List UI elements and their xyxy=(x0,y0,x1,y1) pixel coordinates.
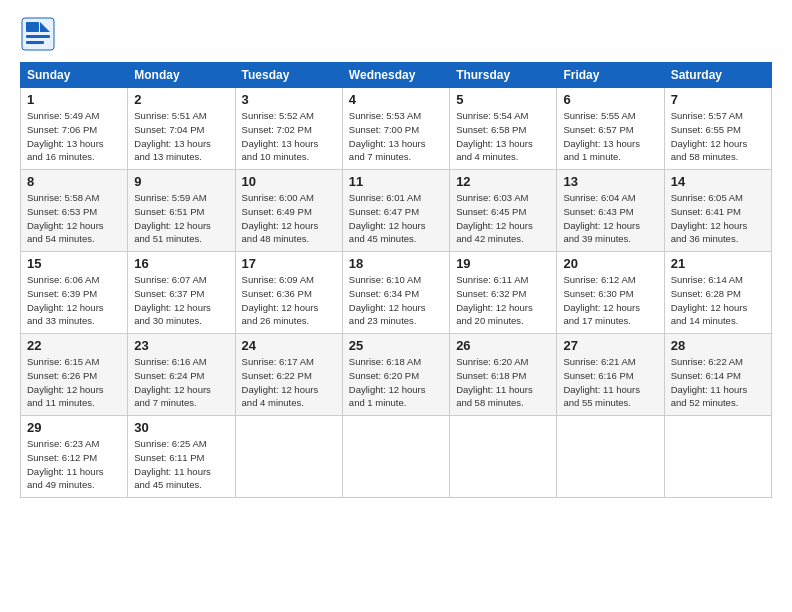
day-number: 15 xyxy=(27,256,121,271)
calendar-cell xyxy=(342,416,449,498)
day-number: 26 xyxy=(456,338,550,353)
calendar-cell: 7Sunrise: 5:57 AMSunset: 6:55 PMDaylight… xyxy=(664,88,771,170)
day-detail: Sunrise: 5:51 AMSunset: 7:04 PMDaylight:… xyxy=(134,109,228,164)
header xyxy=(20,16,772,52)
calendar-cell: 22Sunrise: 6:15 AMSunset: 6:26 PMDayligh… xyxy=(21,334,128,416)
day-detail: Sunrise: 6:06 AMSunset: 6:39 PMDaylight:… xyxy=(27,273,121,328)
calendar-cell: 28Sunrise: 6:22 AMSunset: 6:14 PMDayligh… xyxy=(664,334,771,416)
day-number: 29 xyxy=(27,420,121,435)
page: SundayMondayTuesdayWednesdayThursdayFrid… xyxy=(0,0,792,508)
day-detail: Sunrise: 6:23 AMSunset: 6:12 PMDaylight:… xyxy=(27,437,121,492)
day-detail: Sunrise: 6:00 AMSunset: 6:49 PMDaylight:… xyxy=(242,191,336,246)
col-header-monday: Monday xyxy=(128,63,235,88)
day-number: 6 xyxy=(563,92,657,107)
svg-rect-4 xyxy=(26,35,50,38)
calendar-cell: 17Sunrise: 6:09 AMSunset: 6:36 PMDayligh… xyxy=(235,252,342,334)
day-number: 22 xyxy=(27,338,121,353)
day-detail: Sunrise: 5:52 AMSunset: 7:02 PMDaylight:… xyxy=(242,109,336,164)
day-detail: Sunrise: 5:55 AMSunset: 6:57 PMDaylight:… xyxy=(563,109,657,164)
day-detail: Sunrise: 6:04 AMSunset: 6:43 PMDaylight:… xyxy=(563,191,657,246)
calendar-cell: 1Sunrise: 5:49 AMSunset: 7:06 PMDaylight… xyxy=(21,88,128,170)
calendar-cell: 15Sunrise: 6:06 AMSunset: 6:39 PMDayligh… xyxy=(21,252,128,334)
day-detail: Sunrise: 6:25 AMSunset: 6:11 PMDaylight:… xyxy=(134,437,228,492)
calendar-cell: 4Sunrise: 5:53 AMSunset: 7:00 PMDaylight… xyxy=(342,88,449,170)
day-detail: Sunrise: 6:18 AMSunset: 6:20 PMDaylight:… xyxy=(349,355,443,410)
col-header-friday: Friday xyxy=(557,63,664,88)
calendar-cell: 29Sunrise: 6:23 AMSunset: 6:12 PMDayligh… xyxy=(21,416,128,498)
day-number: 8 xyxy=(27,174,121,189)
col-header-sunday: Sunday xyxy=(21,63,128,88)
calendar-cell: 30Sunrise: 6:25 AMSunset: 6:11 PMDayligh… xyxy=(128,416,235,498)
day-number: 11 xyxy=(349,174,443,189)
calendar-table: SundayMondayTuesdayWednesdayThursdayFrid… xyxy=(20,62,772,498)
day-detail: Sunrise: 5:57 AMSunset: 6:55 PMDaylight:… xyxy=(671,109,765,164)
day-detail: Sunrise: 6:05 AMSunset: 6:41 PMDaylight:… xyxy=(671,191,765,246)
calendar-cell: 24Sunrise: 6:17 AMSunset: 6:22 PMDayligh… xyxy=(235,334,342,416)
logo xyxy=(20,16,62,52)
day-number: 5 xyxy=(456,92,550,107)
day-number: 12 xyxy=(456,174,550,189)
calendar-cell: 21Sunrise: 6:14 AMSunset: 6:28 PMDayligh… xyxy=(664,252,771,334)
day-detail: Sunrise: 6:20 AMSunset: 6:18 PMDaylight:… xyxy=(456,355,550,410)
day-number: 2 xyxy=(134,92,228,107)
col-header-saturday: Saturday xyxy=(664,63,771,88)
day-number: 14 xyxy=(671,174,765,189)
calendar-cell: 8Sunrise: 5:58 AMSunset: 6:53 PMDaylight… xyxy=(21,170,128,252)
day-number: 28 xyxy=(671,338,765,353)
day-detail: Sunrise: 6:15 AMSunset: 6:26 PMDaylight:… xyxy=(27,355,121,410)
col-header-thursday: Thursday xyxy=(450,63,557,88)
calendar-cell: 18Sunrise: 6:10 AMSunset: 6:34 PMDayligh… xyxy=(342,252,449,334)
day-number: 1 xyxy=(27,92,121,107)
day-number: 3 xyxy=(242,92,336,107)
day-number: 9 xyxy=(134,174,228,189)
calendar-cell: 27Sunrise: 6:21 AMSunset: 6:16 PMDayligh… xyxy=(557,334,664,416)
calendar-cell: 26Sunrise: 6:20 AMSunset: 6:18 PMDayligh… xyxy=(450,334,557,416)
day-number: 17 xyxy=(242,256,336,271)
calendar-cell: 14Sunrise: 6:05 AMSunset: 6:41 PMDayligh… xyxy=(664,170,771,252)
calendar-cell xyxy=(450,416,557,498)
day-detail: Sunrise: 5:59 AMSunset: 6:51 PMDaylight:… xyxy=(134,191,228,246)
day-number: 20 xyxy=(563,256,657,271)
calendar-cell: 13Sunrise: 6:04 AMSunset: 6:43 PMDayligh… xyxy=(557,170,664,252)
calendar-cell: 19Sunrise: 6:11 AMSunset: 6:32 PMDayligh… xyxy=(450,252,557,334)
day-number: 18 xyxy=(349,256,443,271)
day-detail: Sunrise: 6:10 AMSunset: 6:34 PMDaylight:… xyxy=(349,273,443,328)
day-number: 24 xyxy=(242,338,336,353)
calendar-cell: 3Sunrise: 5:52 AMSunset: 7:02 PMDaylight… xyxy=(235,88,342,170)
day-detail: Sunrise: 6:07 AMSunset: 6:37 PMDaylight:… xyxy=(134,273,228,328)
day-detail: Sunrise: 6:12 AMSunset: 6:30 PMDaylight:… xyxy=(563,273,657,328)
day-detail: Sunrise: 6:09 AMSunset: 6:36 PMDaylight:… xyxy=(242,273,336,328)
day-number: 4 xyxy=(349,92,443,107)
col-header-wednesday: Wednesday xyxy=(342,63,449,88)
calendar-cell: 5Sunrise: 5:54 AMSunset: 6:58 PMDaylight… xyxy=(450,88,557,170)
day-number: 19 xyxy=(456,256,550,271)
calendar-cell: 10Sunrise: 6:00 AMSunset: 6:49 PMDayligh… xyxy=(235,170,342,252)
day-number: 30 xyxy=(134,420,228,435)
calendar-cell: 25Sunrise: 6:18 AMSunset: 6:20 PMDayligh… xyxy=(342,334,449,416)
col-header-tuesday: Tuesday xyxy=(235,63,342,88)
day-number: 25 xyxy=(349,338,443,353)
calendar-cell: 2Sunrise: 5:51 AMSunset: 7:04 PMDaylight… xyxy=(128,88,235,170)
day-detail: Sunrise: 6:21 AMSunset: 6:16 PMDaylight:… xyxy=(563,355,657,410)
calendar-cell xyxy=(664,416,771,498)
day-detail: Sunrise: 6:16 AMSunset: 6:24 PMDaylight:… xyxy=(134,355,228,410)
day-detail: Sunrise: 6:14 AMSunset: 6:28 PMDaylight:… xyxy=(671,273,765,328)
svg-rect-5 xyxy=(26,41,44,44)
day-detail: Sunrise: 6:01 AMSunset: 6:47 PMDaylight:… xyxy=(349,191,443,246)
day-number: 27 xyxy=(563,338,657,353)
day-detail: Sunrise: 6:22 AMSunset: 6:14 PMDaylight:… xyxy=(671,355,765,410)
calendar-cell: 12Sunrise: 6:03 AMSunset: 6:45 PMDayligh… xyxy=(450,170,557,252)
day-number: 7 xyxy=(671,92,765,107)
day-detail: Sunrise: 5:49 AMSunset: 7:06 PMDaylight:… xyxy=(27,109,121,164)
day-detail: Sunrise: 6:11 AMSunset: 6:32 PMDaylight:… xyxy=(456,273,550,328)
day-number: 10 xyxy=(242,174,336,189)
day-detail: Sunrise: 6:03 AMSunset: 6:45 PMDaylight:… xyxy=(456,191,550,246)
day-number: 23 xyxy=(134,338,228,353)
calendar-cell: 6Sunrise: 5:55 AMSunset: 6:57 PMDaylight… xyxy=(557,88,664,170)
calendar-cell: 20Sunrise: 6:12 AMSunset: 6:30 PMDayligh… xyxy=(557,252,664,334)
logo-icon xyxy=(20,16,56,52)
day-number: 16 xyxy=(134,256,228,271)
calendar-cell xyxy=(235,416,342,498)
calendar-cell: 9Sunrise: 5:59 AMSunset: 6:51 PMDaylight… xyxy=(128,170,235,252)
calendar-cell: 11Sunrise: 6:01 AMSunset: 6:47 PMDayligh… xyxy=(342,170,449,252)
